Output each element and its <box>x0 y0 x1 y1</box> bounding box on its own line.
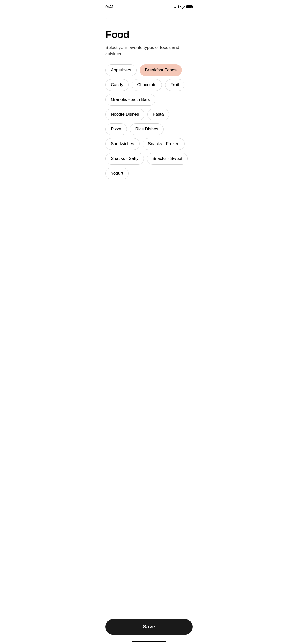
status-bar: 9:41 <box>99 0 199 12</box>
tag-yogurt[interactable]: Yogurt <box>105 168 129 179</box>
tag-snacks-frozen[interactable]: Snacks - Frozen <box>143 138 185 150</box>
tag-rice-dishes[interactable]: Rice Dishes <box>130 123 164 135</box>
tag-candy[interactable]: Candy <box>105 79 129 91</box>
battery-icon <box>186 5 193 8</box>
tag-pizza[interactable]: Pizza <box>105 123 127 135</box>
tag-breakfast-foods[interactable]: Breakfast Foods <box>140 64 182 76</box>
tag-fruit[interactable]: Fruit <box>165 79 184 91</box>
tags-container: AppetizersBreakfast FoodsCandyChocolateF… <box>99 57 199 210</box>
tag-sandwiches[interactable]: Sandwiches <box>105 138 140 150</box>
tag-snacks-sweet[interactable]: Snacks - Sweet <box>147 153 188 165</box>
tag-snacks-salty[interactable]: Snacks - Salty <box>105 153 144 165</box>
page-header: ← Food Select your favorite types of foo… <box>99 12 199 57</box>
back-button[interactable]: ← <box>105 14 111 23</box>
tag-noodle-dishes[interactable]: Noodle Dishes <box>105 109 144 120</box>
status-icons <box>174 5 193 9</box>
page-title: Food <box>105 29 193 40</box>
tag-chocolate[interactable]: Chocolate <box>132 79 162 91</box>
status-time: 9:41 <box>105 4 114 9</box>
page-subtitle: Select your favorite types of foods and … <box>105 44 193 57</box>
signal-icon <box>174 5 179 8</box>
tag-pasta[interactable]: Pasta <box>147 109 169 120</box>
tag-granola-health-bars[interactable]: Granola/Health Bars <box>105 94 155 106</box>
wifi-icon <box>180 5 185 9</box>
tag-appetizers[interactable]: Appetizers <box>105 64 137 76</box>
